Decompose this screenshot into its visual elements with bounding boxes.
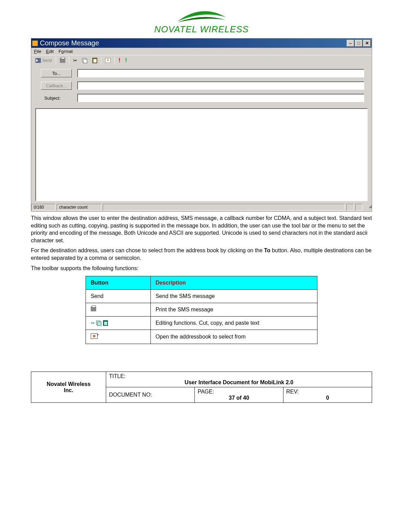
subject-input[interactable] [77, 94, 364, 102]
cell-button [86, 303, 150, 317]
exclamation-red-icon: ! [119, 57, 120, 64]
footer-rev: REV: 0 [283, 387, 372, 403]
table-row: Open the addressbook to select from [86, 330, 317, 344]
footer-docno-label: DOCUMENT NO: [109, 392, 152, 398]
paste-button[interactable] [90, 57, 99, 64]
print-button[interactable] [58, 57, 67, 64]
callback-button: Callback... [41, 81, 72, 90]
callback-input[interactable] [77, 81, 364, 90]
footer-title-label: TITLE: [109, 373, 125, 379]
message-body[interactable] [35, 108, 368, 201]
close-button[interactable]: ✕ [363, 40, 371, 47]
menu-format[interactable]: Format [58, 49, 72, 54]
window-title: Compose Message [40, 39, 99, 47]
paragraph-2a: For the destination address, users can c… [31, 247, 264, 253]
maximize-button[interactable]: □ [355, 40, 362, 47]
footer-page-label: PAGE: [198, 389, 214, 395]
footer-docno: DOCUMENT NO: [106, 387, 195, 403]
send-icon [35, 58, 41, 63]
paragraph-2-bold: To [264, 247, 270, 253]
cell-button: ✂ [86, 317, 150, 330]
cell-button [86, 330, 150, 344]
cut-icon: ✂ [91, 320, 95, 326]
send-button[interactable]: Send [33, 57, 54, 64]
copy-button[interactable] [80, 57, 90, 64]
toolbar-description-table: Button Description Send Send the SMS mes… [86, 276, 317, 344]
paragraph-2: For the destination address, users can c… [31, 247, 372, 262]
menubar: File Edit Format [31, 48, 372, 55]
footer-rev-value: 0 [286, 395, 369, 401]
footer-page: PAGE: 37 of 40 [195, 387, 283, 403]
send-label: Send [42, 58, 52, 63]
menu-file[interactable]: File [34, 49, 41, 54]
cell-button: Send [86, 290, 150, 303]
footer-title-cell: TITLE: User Interface Document for MobiL… [106, 372, 372, 387]
toolbar-separator [101, 57, 101, 64]
print-icon [60, 58, 65, 63]
print-icon [91, 307, 96, 311]
toolbar: Send ✂ ! ! [31, 55, 372, 66]
priority-high-button[interactable]: ! [116, 56, 122, 65]
brand-text: NOVATEL WIRELESS [31, 24, 372, 35]
brand-logo: NOVATEL WIRELESS [31, 7, 372, 35]
to-button[interactable]: To... [41, 69, 72, 77]
minimize-button[interactable]: – [347, 40, 354, 47]
cut-icon: ✂ [73, 58, 77, 63]
table-row: ✂ Editing functions. Cut, copy, and past… [86, 317, 317, 330]
th-button: Button [86, 276, 150, 290]
footer-org: Novatel Wireless Inc. [31, 372, 106, 403]
resize-grip-icon[interactable]: ◢ [364, 204, 372, 211]
table-row: Send Send the SMS message [86, 290, 317, 303]
cut-button[interactable]: ✂ [71, 57, 79, 64]
swoosh-icon [171, 7, 233, 25]
paragraph-1: This window allows the user to enter the… [31, 214, 372, 244]
exclamation-green-icon: ! [125, 57, 127, 64]
footer-org-line2: Inc. [64, 387, 74, 393]
cell-desc: Send the SMS message [150, 290, 317, 303]
paragraph-3: The toolbar supports the following funct… [31, 265, 372, 272]
to-input[interactable] [77, 69, 364, 77]
statusbar: 0/160 character count ◢ [31, 203, 372, 211]
cell-desc: Print the SMS message [150, 303, 317, 317]
status-pane [355, 204, 363, 211]
paste-icon [92, 58, 97, 63]
menu-edit[interactable]: Edit [46, 49, 54, 54]
paste-icon [103, 320, 108, 326]
app-icon [32, 41, 38, 46]
status-filler [103, 204, 345, 211]
footer-rev-label: REV: [286, 389, 299, 395]
toolbar-separator [69, 57, 69, 64]
doc-control-block: Novatel Wireless Inc. TITLE: User Interf… [31, 372, 372, 403]
th-description: Description [150, 276, 317, 290]
compose-window: Compose Message – □ ✕ File Edit Format S… [31, 38, 372, 212]
toolbar-separator [114, 57, 115, 64]
addressbook-icon [91, 333, 98, 339]
titlebar: Compose Message – □ ✕ [31, 38, 372, 48]
addressbook-icon [105, 58, 111, 63]
priority-low-button[interactable]: ! [123, 56, 129, 65]
footer-page-value: 37 of 40 [198, 395, 280, 401]
toolbar-separator [56, 57, 56, 64]
cell-desc: Open the addressbook to select from [150, 330, 317, 344]
status-pane [346, 204, 354, 211]
table-row: Print the SMS message [86, 303, 317, 317]
char-count: 0/160 [31, 204, 55, 211]
subject-label: Subject: [41, 96, 72, 101]
copy-icon [82, 58, 88, 63]
cell-desc: Editing functions. Cut, copy, and paste … [150, 317, 317, 330]
addressbook-button[interactable] [103, 57, 113, 64]
char-count-label: character count [57, 204, 101, 211]
footer-org-line1: Novatel Wireless [47, 381, 91, 387]
copy-icon [96, 321, 102, 325]
footer-title-value: User Interface Document for MobiLink 2.0 [109, 379, 369, 386]
